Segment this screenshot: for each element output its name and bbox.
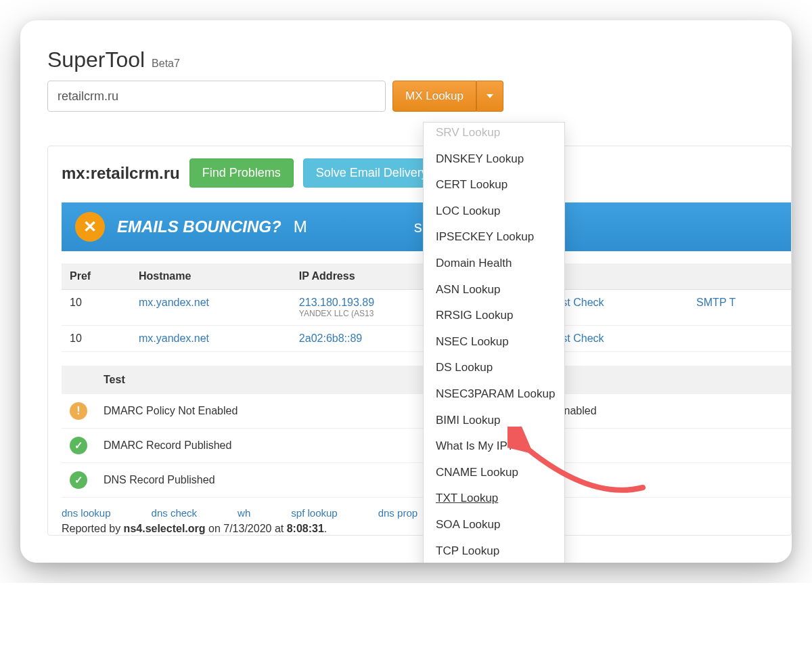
find-problems-button[interactable]: Find Problems bbox=[189, 158, 294, 188]
lookup-dropdown-toggle[interactable] bbox=[476, 81, 503, 112]
ip-link[interactable]: 213.180.193.89 bbox=[299, 297, 374, 308]
dropdown-item[interactable]: NSEC Lookup bbox=[424, 329, 564, 355]
reported-tail: . bbox=[324, 523, 327, 534]
dropdown-item[interactable]: DS Lookup bbox=[424, 355, 564, 381]
dropdown-item[interactable]: RRSIG Lookup bbox=[424, 303, 564, 329]
chevron-down-icon bbox=[487, 94, 493, 98]
dropdown-item[interactable]: ASN Lookup bbox=[424, 277, 564, 303]
reported-server: ns4.selectel.org bbox=[124, 523, 206, 534]
dropdown-item[interactable]: DNSKEY Lookup bbox=[424, 146, 564, 173]
cell-status bbox=[62, 463, 95, 498]
dropdown-item[interactable]: LOC Lookup bbox=[424, 198, 564, 225]
page-title: SuperTool bbox=[47, 47, 145, 72]
ip-link[interactable]: 2a02:6b8::89 bbox=[299, 332, 362, 344]
reported-time: 8:08:31 bbox=[287, 523, 324, 534]
cell-pref: 10 bbox=[62, 290, 131, 326]
related-tool-link[interactable]: dns prop bbox=[378, 507, 418, 519]
check-icon bbox=[70, 437, 87, 454]
hostname-link[interactable]: mx.yandex.net bbox=[139, 332, 209, 344]
app-card: SuperTool Beta7 MX Lookup mx:retailcrm.r… bbox=[20, 20, 792, 563]
smtp-link[interactable]: SMTP T bbox=[696, 297, 736, 308]
close-icon bbox=[75, 212, 105, 242]
cell-hostname: mx.yandex.net bbox=[131, 290, 291, 326]
domain-input[interactable] bbox=[47, 81, 386, 112]
cell-smtp: SMTP T bbox=[688, 290, 791, 326]
col-status bbox=[62, 366, 95, 394]
mx-lookup-button[interactable]: MX Lookup bbox=[392, 81, 476, 112]
banner-text-a: EMAILS BOUNCING? bbox=[117, 217, 281, 236]
cell-smtp bbox=[688, 326, 791, 352]
cell-pref: 10 bbox=[62, 326, 131, 352]
results-title: mx:retailcrm.ru bbox=[62, 164, 180, 183]
cell-hostname: mx.yandex.net bbox=[131, 326, 291, 352]
reported-on: on 7/13/2020 at bbox=[206, 523, 287, 534]
results-panel: mx:retailcrm.ru Find Problems Solve Emai… bbox=[47, 146, 792, 536]
dropdown-item[interactable]: CERT Lookup bbox=[424, 172, 564, 198]
dropdown-item[interactable]: IPSECKEY Lookup bbox=[424, 224, 564, 251]
dropdown-item[interactable]: SRV Lookup bbox=[424, 120, 564, 146]
col-hostname: Hostname bbox=[131, 263, 291, 290]
related-tool-link[interactable]: dns lookup bbox=[62, 507, 111, 519]
hostname-link[interactable]: mx.yandex.net bbox=[139, 297, 209, 308]
reported-prefix: Reported by bbox=[62, 523, 124, 534]
related-tool-link[interactable]: wh bbox=[238, 507, 250, 519]
search-row: MX Lookup bbox=[47, 81, 792, 112]
lookup-dropdown[interactable]: SRV LookupDNSKEY LookupCERT LookupLOC Lo… bbox=[423, 122, 565, 563]
dropdown-item[interactable]: BIMI Lookup bbox=[424, 408, 564, 434]
panel-header: mx:retailcrm.ru Find Problems Solve Emai… bbox=[48, 146, 791, 202]
dropdown-item[interactable]: NSEC3PARAM Lookup bbox=[424, 381, 564, 408]
check-icon bbox=[70, 471, 87, 489]
title-row: SuperTool Beta7 bbox=[47, 47, 792, 72]
cell-status bbox=[62, 394, 95, 429]
dropdown-item[interactable]: What Is My IP? bbox=[424, 433, 564, 460]
dropdown-item[interactable]: TCP Lookup bbox=[424, 538, 564, 563]
dropdown-item[interactable]: SOA Lookup bbox=[424, 512, 564, 538]
banner-text-mid: M bbox=[294, 217, 307, 236]
cell-status bbox=[62, 429, 95, 463]
warning-icon bbox=[70, 402, 87, 420]
dropdown-item[interactable]: CNAME Lookup bbox=[424, 460, 564, 486]
dropdown-item[interactable]: Domain Health bbox=[424, 251, 564, 277]
col-smtp bbox=[688, 263, 791, 290]
related-tool-link[interactable]: spf lookup bbox=[291, 507, 337, 519]
lookup-button-group: MX Lookup bbox=[392, 81, 503, 112]
related-tool-link[interactable]: dns check bbox=[152, 507, 198, 519]
col-pref: Pref bbox=[62, 263, 131, 290]
beta-label: Beta7 bbox=[152, 58, 180, 70]
dropdown-item[interactable]: TXT Lookup bbox=[424, 485, 564, 512]
